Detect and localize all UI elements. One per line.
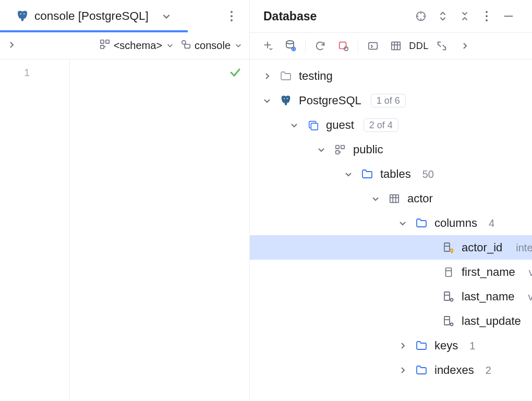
ddl-button[interactable]: DDL	[407, 35, 430, 56]
breadcrumb-expand-icon[interactable]	[7, 40, 16, 52]
new-datasource-icon[interactable]	[256, 35, 279, 56]
line-number-gutter: 1	[0, 59, 70, 401]
tab-options-kebab[interactable]	[224, 9, 239, 23]
active-tab-indicator	[0, 30, 188, 32]
svg-rect-31	[336, 145, 339, 148]
chevron-down-icon[interactable]	[316, 144, 327, 155]
stop-icon[interactable]	[332, 35, 355, 56]
chevron-down-icon[interactable]	[370, 193, 381, 204]
tree-arrow-spacer	[424, 266, 436, 278]
editor-toolbar: <schema> console	[0, 32, 249, 59]
folder-blue-icon	[415, 339, 428, 353]
jump-to-console-icon[interactable]	[361, 35, 384, 56]
col-icon	[442, 265, 455, 279]
editor-tab-label: console [PostgreSQL]	[34, 9, 149, 23]
tree-row[interactable]: public	[250, 137, 532, 162]
tree-row[interactable]: actor	[250, 186, 532, 211]
folder-gray-icon	[279, 69, 293, 83]
chevron-right-icon[interactable]	[261, 70, 273, 82]
chevron-right-icon[interactable]	[397, 340, 408, 351]
hide-panel-icon[interactable]	[499, 6, 518, 26]
chevron-right-icon[interactable]	[397, 364, 408, 376]
editor-tab-bar: console [PostgreSQL]	[0, 0, 249, 32]
svg-point-27	[284, 98, 285, 99]
tree-node-label: public	[353, 144, 383, 155]
scroll-right-icon[interactable]	[453, 35, 476, 56]
column-type: varchar	[529, 267, 532, 277]
folder-blue-icon	[360, 167, 374, 181]
table-view-icon[interactable]	[384, 35, 407, 56]
chevron-down-icon[interactable]	[343, 168, 354, 180]
schema-selector[interactable]: <schema>	[99, 39, 174, 53]
svg-rect-49	[444, 317, 450, 325]
svg-point-41	[451, 249, 453, 251]
code-editor[interactable]	[70, 59, 249, 401]
tree-arrow-spacer	[424, 242, 436, 253]
collapse-icon[interactable]	[455, 6, 475, 26]
svg-rect-4	[100, 45, 103, 48]
svg-rect-32	[341, 145, 344, 148]
tree-row[interactable]: columns4	[250, 211, 532, 235]
tab-dropdown-chevron[interactable]	[159, 9, 174, 23]
editor-tab[interactable]: console [PostgreSQL]	[11, 0, 153, 32]
tree-arrow-spacer	[424, 291, 436, 302]
filter-icon[interactable]	[411, 6, 431, 26]
svg-rect-22	[369, 43, 378, 50]
tree-row[interactable]: last_namevarchar	[250, 284, 532, 309]
table-icon	[388, 192, 401, 205]
tree-node-label: indexes	[434, 364, 474, 376]
tree-node-label: actor_id	[462, 242, 502, 253]
tree-row[interactable]: PostgreSQL1 of 6	[250, 88, 532, 113]
chevron-down-icon[interactable]	[261, 95, 273, 106]
col-nonnull-icon	[442, 314, 455, 328]
tree-node-label: testing	[299, 70, 333, 82]
tree-node-label: columns	[434, 217, 477, 229]
col-key-icon	[442, 241, 455, 254]
database-tree[interactable]: testingPostgreSQL1 of 6guest2 of 4public…	[250, 59, 532, 401]
tree-row[interactable]: tables50	[250, 162, 532, 186]
datasource-properties-icon[interactable]	[279, 35, 302, 56]
svg-rect-35	[390, 195, 399, 202]
diagram-icon[interactable]	[430, 35, 453, 56]
child-count: 4	[489, 218, 494, 228]
tree-row[interactable]: last_updatetimestamp	[250, 309, 532, 333]
svg-point-28	[287, 98, 288, 99]
panel-options-kebab[interactable]	[477, 6, 497, 26]
svg-rect-23	[392, 42, 401, 50]
postgres-icon	[279, 94, 293, 107]
svg-rect-46	[444, 292, 450, 300]
child-count: 50	[422, 169, 434, 179]
chevron-down-icon[interactable]	[397, 217, 408, 229]
tree-row[interactable]: actor_idinteger	[250, 235, 532, 260]
svg-point-1	[23, 14, 25, 15]
database-panel-header: Database	[250, 0, 532, 32]
tree-node-label: guest	[326, 119, 354, 131]
svg-rect-3	[106, 40, 109, 43]
session-selector-label: console	[195, 40, 231, 52]
folder-blue-icon	[415, 216, 428, 230]
svg-rect-39	[444, 243, 450, 251]
tree-node-label: keys	[434, 340, 458, 351]
inspection-ok-icon[interactable]	[228, 66, 242, 79]
column-type: varchar	[528, 291, 532, 302]
tree-row[interactable]: indexes2	[250, 358, 532, 382]
tree-node-label: actor	[407, 193, 433, 204]
svg-point-51	[451, 323, 453, 325]
svg-rect-20	[340, 42, 346, 49]
count-badge: 1 of 6	[371, 94, 406, 107]
chevron-down-icon[interactable]	[288, 119, 300, 131]
session-selector[interactable]: console	[180, 39, 242, 53]
tree-row[interactable]: guest2 of 4	[250, 113, 532, 137]
svg-point-6	[182, 41, 186, 44]
database-icon	[306, 118, 320, 132]
tree-node-label: last_update	[462, 315, 521, 327]
tree-row[interactable]: first_namevarchar	[250, 260, 532, 284]
tree-row[interactable]: keys1	[250, 333, 532, 358]
svg-rect-7	[185, 44, 190, 48]
tree-node-label: PostgreSQL	[299, 95, 361, 106]
chevron-down-icon	[166, 40, 174, 52]
tree-row[interactable]: testing	[250, 64, 532, 88]
refresh-icon[interactable]	[309, 35, 332, 56]
expand-icon[interactable]	[433, 6, 453, 26]
svg-rect-2	[100, 40, 103, 43]
